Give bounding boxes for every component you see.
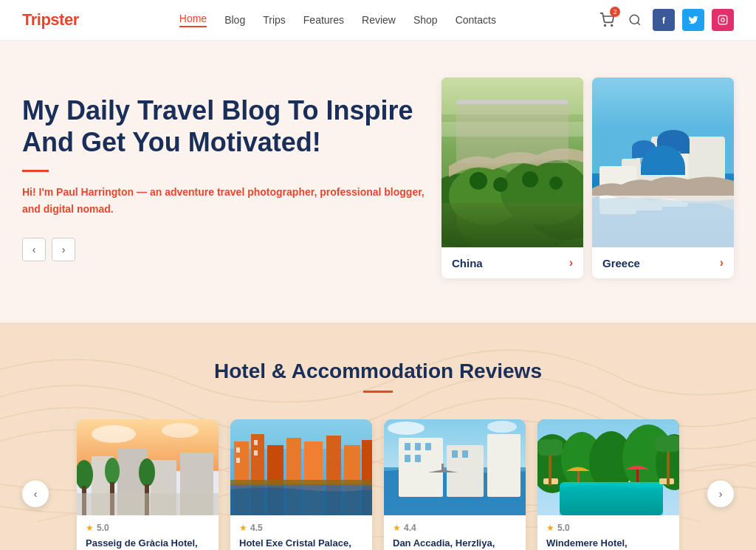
svg-rect-56: [236, 447, 240, 453]
greece-label-text: Greece: [602, 257, 640, 269]
hotel-name-3: Dan Accadia, Herzliya,: [393, 537, 517, 550]
svg-rect-27: [632, 148, 656, 158]
section-divider: [363, 391, 393, 393]
hotel-card-4[interactable]: ★ 5.0 Windemere Hotel, Darjeeling, India: [537, 419, 679, 550]
nav-features[interactable]: Features: [303, 14, 344, 26]
cart-button[interactable]: 2: [597, 10, 617, 30]
svg-rect-29: [675, 151, 681, 159]
svg-rect-17: [441, 122, 583, 137]
svg-rect-59: [254, 450, 258, 456]
hero-content: My Daily Travel Blog To Inspire And Get …: [22, 94, 441, 261]
svg-rect-30: [640, 157, 645, 164]
svg-rect-68: [415, 443, 421, 450]
hotel-image-4: [537, 419, 679, 515]
hotel-rating-1: ★ 5.0: [86, 523, 210, 533]
svg-point-2: [630, 15, 639, 24]
nav-blog[interactable]: Blog: [224, 14, 245, 26]
hotel-info-4: ★ 5.0 Windemere Hotel, Darjeeling, India: [537, 515, 679, 550]
hotel-card-1[interactable]: ★ 5.0 Passeig de Gràcia Hotel, Barcelona…: [77, 419, 219, 550]
nav-home[interactable]: Home: [179, 13, 207, 27]
nav-shop[interactable]: Shop: [413, 14, 438, 26]
svg-rect-16: [441, 78, 583, 114]
star-icon-4: ★: [546, 523, 554, 533]
hotel-info-2: ★ 4.5 Hotel Exe Cristal Palace, Barcelon…: [230, 515, 372, 550]
carousel-prev-button[interactable]: ‹: [22, 481, 49, 507]
hotel-section-title: Hotel & Accommodation Reviews: [22, 360, 734, 383]
logo-ter: ter: [59, 10, 79, 29]
svg-line-3: [637, 22, 639, 24]
hotel-name-4: Windemere Hotel,: [546, 537, 670, 550]
hero-next-button[interactable]: ›: [52, 238, 75, 261]
site-logo[interactable]: Tripster: [22, 10, 79, 30]
svg-rect-25: [657, 140, 690, 154]
hotel-image-2: [230, 419, 372, 515]
svg-rect-67: [405, 443, 410, 450]
rating-value-2: 4.5: [250, 523, 263, 533]
svg-rect-4: [718, 16, 727, 24]
hero-prev-button[interactable]: ‹: [22, 238, 46, 261]
instagram-button[interactable]: [712, 9, 734, 31]
svg-rect-72: [452, 450, 458, 458]
svg-point-0: [605, 25, 606, 27]
author-name: Paul Harrington: [56, 186, 134, 198]
star-icon: ★: [86, 523, 94, 533]
hotel-card-3[interactable]: ★ 4.4 Dan Accadia, Herzliya, Israel: [384, 419, 526, 550]
main-nav: Home Blog Trips Features Review Shop Con…: [179, 13, 496, 27]
rating-value-4: 5.0: [557, 523, 570, 533]
hotel-info-3: ★ 4.4 Dan Accadia, Herzliya, Israel: [384, 515, 526, 550]
svg-rect-57: [236, 458, 240, 463]
search-button[interactable]: [625, 10, 645, 30]
site-header: Tripster Home Blog Trips Features Review…: [0, 0, 756, 41]
svg-point-14: [522, 171, 538, 188]
rating-value-3: 4.4: [404, 523, 416, 533]
nav-review[interactable]: Review: [362, 14, 396, 26]
china-image: [441, 78, 583, 247]
svg-point-1: [611, 25, 613, 27]
hotel-rating-2: ★ 4.5: [239, 523, 363, 533]
svg-rect-73: [462, 450, 468, 458]
twitter-button[interactable]: [682, 9, 704, 31]
destination-card-greece[interactable]: Greece ›: [592, 78, 734, 278]
china-arrow-icon: ›: [569, 256, 573, 269]
hotel-name-2: Hotel Exe Cristal Palace,: [239, 537, 363, 550]
svg-point-45: [162, 423, 199, 438]
cart-badge: 2: [610, 7, 620, 17]
svg-rect-43: [77, 493, 219, 515]
nav-contacts[interactable]: Contacts: [456, 14, 496, 26]
svg-point-44: [92, 425, 136, 443]
facebook-button[interactable]: f: [653, 9, 675, 31]
hotels-carousel: ‹: [22, 419, 734, 550]
svg-point-13: [493, 177, 508, 192]
svg-point-15: [549, 176, 563, 190]
svg-point-76: [487, 421, 517, 433]
destination-card-china[interactable]: China ›: [441, 78, 583, 278]
hotel-image-1: [77, 419, 219, 515]
star-icon-2: ★: [239, 523, 247, 533]
svg-point-12: [470, 172, 487, 190]
svg-rect-61: [230, 480, 372, 486]
svg-point-38: [105, 458, 120, 484]
svg-point-75: [388, 422, 425, 435]
nav-trips[interactable]: Trips: [263, 14, 286, 26]
carousel-next-button[interactable]: ›: [707, 481, 734, 507]
hotel-rating-3: ★ 4.4: [393, 523, 517, 533]
svg-point-39: [139, 458, 155, 487]
greece-image: [592, 78, 734, 247]
svg-rect-58: [254, 440, 258, 445]
logo-highlight: s: [50, 10, 59, 29]
hotel-rating-4: ★ 5.0: [546, 523, 670, 533]
hero-section: My Daily Travel Blog To Inspire And Get …: [0, 41, 756, 323]
hero-divider: [22, 170, 49, 172]
greece-arrow-icon: ›: [720, 256, 724, 269]
china-label-text: China: [452, 257, 483, 269]
hero-description: Hi! I'm Paul Harrington — an adventure t…: [22, 184, 427, 217]
hotel-name-1: Passeig de Gràcia Hotel,: [86, 537, 210, 550]
hotel-section: Hotel & Accommodation Reviews ‹: [0, 323, 756, 550]
hotel-card-2[interactable]: ★ 4.5 Hotel Exe Cristal Palace, Barcelon…: [230, 419, 372, 550]
rating-value-1: 5.0: [97, 523, 109, 533]
china-card-label: China ›: [441, 247, 583, 278]
header-icons: 2 f: [597, 9, 734, 31]
greece-card-label: Greece ›: [592, 247, 734, 278]
destinations-container: China ›: [441, 78, 734, 278]
svg-rect-74: [441, 464, 444, 472]
